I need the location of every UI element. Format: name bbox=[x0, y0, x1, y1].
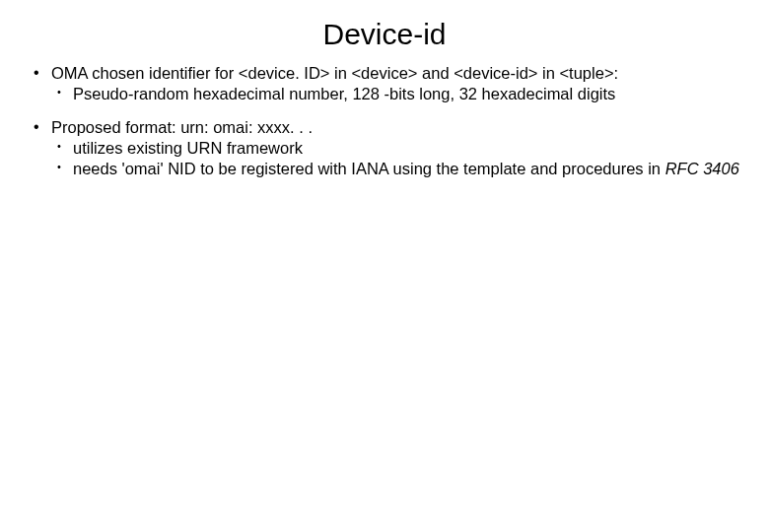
slide: Device-id OMA chosen identifier for <dev… bbox=[0, 0, 769, 532]
sub-bullet-emphasis: RFC 3406 bbox=[665, 160, 739, 177]
sub-bullet-text: Pseudo-random hexadecimal number, 128 -b… bbox=[73, 85, 615, 102]
bullet-list-level1: OMA chosen identifier for <device. ID> i… bbox=[28, 63, 741, 178]
bullet-list-level2: Pseudo-random hexadecimal number, 128 -b… bbox=[51, 84, 741, 104]
sub-bullet-text: utilizes existing URN framework bbox=[73, 139, 303, 157]
bullet-text: OMA chosen identifier for <device. ID> i… bbox=[51, 64, 618, 82]
slide-content: OMA chosen identifier for <device. ID> i… bbox=[0, 63, 769, 178]
sub-bullet-text: needs 'omai' NID to be registered with I… bbox=[73, 160, 665, 177]
slide-title: Device-id bbox=[0, 0, 769, 63]
sub-bullet-item: needs 'omai' NID to be registered with I… bbox=[51, 159, 741, 179]
bullet-list-level2: utilizes existing URN framework needs 'o… bbox=[51, 138, 741, 178]
bullet-item: Proposed format: urn: omai: xxxx. . . ut… bbox=[28, 117, 741, 178]
sub-bullet-item: Pseudo-random hexadecimal number, 128 -b… bbox=[51, 84, 741, 104]
bullet-item: OMA chosen identifier for <device. ID> i… bbox=[28, 63, 741, 103]
bullet-text: Proposed format: urn: omai: xxxx. . . bbox=[51, 118, 313, 136]
sub-bullet-item: utilizes existing URN framework bbox=[51, 138, 741, 159]
